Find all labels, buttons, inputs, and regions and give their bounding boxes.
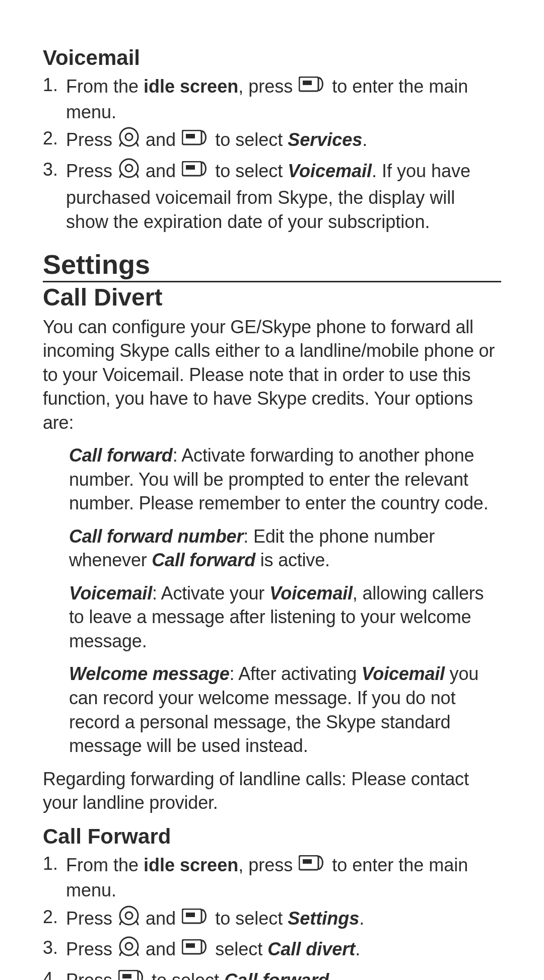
call-forward-steps: 1. From the idle screen, press to enter …	[43, 853, 501, 980]
softkey-icon	[182, 907, 209, 931]
step-text: From the idle screen, press to enter the…	[66, 853, 501, 902]
nav-dial-icon	[118, 158, 140, 185]
step-text: Press and to select Settings.	[66, 907, 501, 934]
manual-page: Voicemail 1. From the idle screen, press…	[0, 0, 544, 980]
option-call-forward: Call forward: Activate forwarding to ano…	[69, 443, 501, 515]
softkey-icon	[182, 159, 209, 183]
voicemail-steps: 1. From the idle screen, press to enter …	[43, 74, 501, 234]
step-number: 2.	[43, 907, 66, 928]
softkey-icon	[182, 128, 209, 152]
call-divert-options: Call forward: Activate forwarding to ano…	[43, 443, 501, 758]
option-welcome-message: Welcome message: After activating Voicem…	[69, 662, 501, 758]
step-number: 1.	[43, 74, 66, 96]
heading-voicemail: Voicemail	[43, 45, 501, 70]
step-number: 2.	[43, 128, 66, 149]
step-number: 3.	[43, 159, 66, 180]
step-text: Press to select Call forward.	[66, 968, 501, 980]
heading-settings: Settings	[43, 250, 501, 282]
step-text: Press and to select Services.	[66, 128, 501, 155]
step-number: 4.	[43, 968, 66, 980]
softkey-icon	[118, 968, 146, 980]
landline-note: Regarding forwarding of landline calls: …	[43, 767, 501, 815]
step-number: 3.	[43, 937, 66, 958]
option-voicemail: Voicemail: Activate your Voicemail, allo…	[69, 581, 501, 653]
nav-dial-icon	[118, 905, 140, 932]
step-text: Press and select Call divert.	[66, 937, 501, 964]
step-text: Press and to select Voicemail. If you ha…	[66, 159, 501, 234]
nav-dial-icon	[118, 126, 140, 154]
softkey-icon	[299, 74, 326, 99]
call-divert-intro: You can configure your GE/Skype phone to…	[43, 315, 501, 435]
softkey-icon	[299, 853, 326, 877]
step-text: From the idle screen, press to enter the…	[66, 74, 501, 124]
heading-call-forward: Call Forward	[43, 824, 501, 849]
nav-dial-icon	[118, 936, 140, 963]
option-call-forward-number: Call forward number: Edit the phone numb…	[69, 524, 501, 572]
heading-call-divert: Call Divert	[43, 283, 501, 311]
softkey-icon	[182, 937, 209, 961]
step-number: 1.	[43, 853, 66, 874]
